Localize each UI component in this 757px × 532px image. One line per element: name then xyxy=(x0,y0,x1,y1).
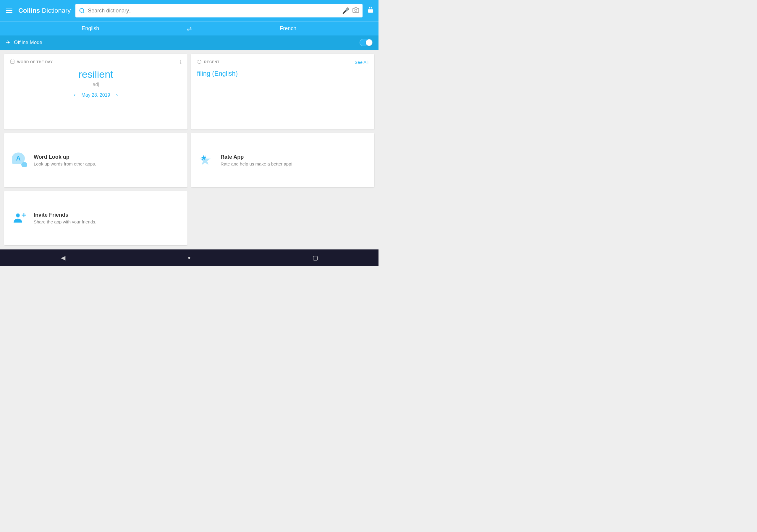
calendar-icon xyxy=(10,59,15,65)
rate-app-icon: ★ ★ xyxy=(199,153,214,168)
source-language[interactable]: English xyxy=(0,25,181,32)
offline-label: Offline Mode xyxy=(14,40,360,45)
search-bar[interactable]: 🎤 xyxy=(76,4,363,17)
rate-app-icon-wrap: ★ ★ xyxy=(198,152,215,168)
app-title-regular: Dictionary xyxy=(40,7,71,14)
bubble-small xyxy=(21,162,27,167)
word-lookup-text: Word Look up Look up words from other ap… xyxy=(34,154,96,166)
recent-label: RECENT xyxy=(204,60,354,64)
rate-app-text: Rate App Rate and help us make a better … xyxy=(221,154,292,166)
rate-app-title: Rate App xyxy=(221,154,292,160)
invite-friends-icon-wrap xyxy=(11,210,28,226)
rate-app-card[interactable]: ★ ★ Rate App Rate and help us make a bet… xyxy=(191,133,374,187)
word-lookup-card[interactable]: A Word Look up Look up words from other … xyxy=(4,133,188,187)
app-title-bold: Collins xyxy=(18,7,40,14)
invite-friends-text: Invite Friends Share the app with your f… xyxy=(34,212,96,224)
search-icon xyxy=(79,8,85,14)
invite-friends-description: Share the app with your friends. xyxy=(34,219,96,224)
toggle-knob xyxy=(366,39,372,46)
language-swap-icon[interactable]: ⇄ xyxy=(181,25,198,32)
next-day-arrow[interactable]: › xyxy=(116,92,118,98)
see-all-button[interactable]: See All xyxy=(354,60,369,65)
svg-rect-3 xyxy=(368,10,373,13)
word-of-day-card: WORD OF THE DAY ℹ resilient adj ‹ May 28… xyxy=(4,54,188,130)
date-nav: ‹ May 28, 2019 › xyxy=(74,92,118,98)
menu-button[interactable] xyxy=(5,7,14,14)
history-icon xyxy=(197,59,202,65)
word-of-day-header: WORD OF THE DAY ℹ xyxy=(10,59,182,65)
home-button[interactable]: ● xyxy=(180,250,198,266)
camera-icon[interactable] xyxy=(352,7,359,15)
word-of-day-word[interactable]: resilient xyxy=(78,69,113,80)
lock-icon xyxy=(367,7,374,15)
word-lookup-icon: A xyxy=(12,153,27,168)
header: Collins Dictionary 🎤 xyxy=(0,0,378,21)
offline-toggle[interactable] xyxy=(360,39,373,46)
word-lookup-title: Word Look up xyxy=(34,154,96,160)
word-lookup-description: Look up words from other apps. xyxy=(34,162,96,166)
language-bar: English ⇄ French xyxy=(0,21,378,36)
microphone-icon[interactable]: 🎤 xyxy=(342,7,349,14)
svg-point-2 xyxy=(354,9,357,11)
rate-app-description: Rate and help us make a better app! xyxy=(221,162,292,166)
main-content: WORD OF THE DAY ℹ resilient adj ‹ May 28… xyxy=(0,50,378,250)
svg-rect-4 xyxy=(11,60,14,64)
airplane-icon: ✈ xyxy=(6,39,10,46)
offline-bar: ✈ Offline Mode xyxy=(0,36,378,50)
app-title: Collins Dictionary xyxy=(18,7,71,15)
invite-friends-card[interactable]: Invite Friends Share the app with your f… xyxy=(4,191,188,245)
invite-friends-title: Invite Friends xyxy=(34,212,96,218)
info-icon[interactable]: ℹ xyxy=(180,59,182,65)
recent-card: RECENT See All filing (English) xyxy=(191,54,374,130)
recents-button[interactable]: ▢ xyxy=(307,250,324,266)
word-lookup-icon-wrap: A xyxy=(11,152,28,168)
prev-day-arrow[interactable]: ‹ xyxy=(74,92,76,98)
word-of-day-label: WORD OF THE DAY xyxy=(17,60,180,64)
target-language[interactable]: French xyxy=(198,25,379,32)
svg-point-10 xyxy=(16,214,19,217)
recent-header: RECENT See All xyxy=(197,59,369,65)
bottom-nav: ◀ ● ▢ xyxy=(0,250,378,266)
recent-word[interactable]: filing (English) xyxy=(197,70,369,77)
invite-friends-icon xyxy=(12,210,27,226)
search-input[interactable] xyxy=(88,8,339,14)
word-of-day-date: May 28, 2019 xyxy=(82,93,110,98)
back-button[interactable]: ◀ xyxy=(54,250,72,266)
word-of-day-pos: adj xyxy=(93,82,99,87)
svg-line-1 xyxy=(83,12,84,13)
